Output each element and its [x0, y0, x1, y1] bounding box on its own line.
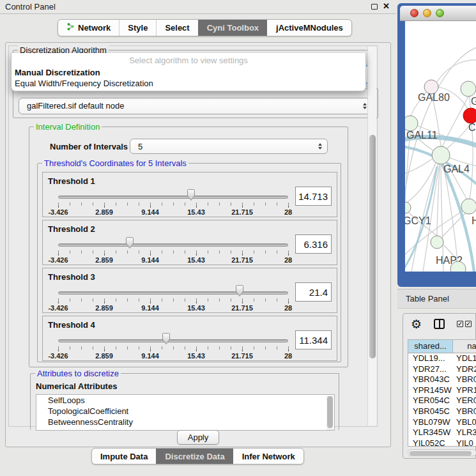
cell-name[interactable]: YBR0	[453, 374, 476, 385]
cell-shared-name[interactable]: YBR043C	[408, 374, 453, 385]
threshold-2-slider[interactable]: -3.4262.8599.14415.4321.71528	[58, 236, 288, 265]
tab-impute-data[interactable]: Impute Data	[92, 449, 156, 464]
settings-viewport: Discretization Algorithm Select algorith…	[8, 45, 378, 427]
network-node-gcy1[interactable]	[405, 202, 411, 213]
cell-name[interactable]: YIL0	[453, 438, 476, 447]
cell-shared-name[interactable]: YBL079W	[408, 417, 453, 428]
cell-shared-name[interactable]: YBR045C	[408, 406, 453, 417]
table-row[interactable]: YDR27...YDR2	[408, 364, 476, 375]
tick-label: 9.144	[141, 304, 159, 312]
tab-label: Infer Network	[242, 449, 295, 464]
tab-infer-network[interactable]: Infer Network	[233, 449, 303, 464]
slider-track[interactable]	[58, 243, 288, 247]
checkbox-icon[interactable]: ✓	[465, 321, 472, 327]
tab-jactivemnodules[interactable]: jActiveMNodules	[267, 20, 351, 36]
bottom-tab-bar: Impute Data Discretize Data Infer Networ…	[91, 448, 304, 464]
attribute-list-item[interactable]: BetweennessCentrality	[36, 417, 334, 427]
slider-thumb[interactable]	[125, 237, 135, 249]
network-node-ga[interactable]	[461, 81, 476, 96]
minimize-traffic-light[interactable]	[423, 9, 431, 17]
slider-track[interactable]	[58, 291, 288, 295]
table-hscrollbar[interactable]	[408, 449, 476, 456]
tab-cyni-toolbox[interactable]: Cyni Toolbox	[198, 20, 267, 36]
column-header-shared-name[interactable]: shared...	[408, 340, 453, 353]
cell-name[interactable]: YLR3	[453, 427, 476, 438]
table-row[interactable]: YBR043CYBR0	[408, 374, 476, 385]
network-graph[interactable]: GAL80GACGAL11GAL4GCY1HHAP2	[405, 21, 476, 272]
cell-name[interactable]: YDR2	[453, 364, 476, 375]
cell-shared-name[interactable]: YIL052C	[408, 438, 453, 447]
table-row[interactable]: YIL052CYIL0	[408, 438, 476, 447]
node-attribute-table[interactable]: shared... na... YDL19...YDL1YDR27...YDR2…	[408, 339, 476, 447]
cell-name[interactable]: YBL0	[453, 417, 476, 428]
slider-thumb[interactable]	[186, 189, 196, 201]
close-icon[interactable]: ✕	[383, 1, 390, 11]
threshold-1-slider[interactable]: -3.4262.8599.14415.4321.71528	[58, 188, 288, 217]
tab-select[interactable]: Select	[156, 20, 197, 36]
slider-thumb[interactable]	[234, 285, 245, 297]
split-columns-icon[interactable]	[434, 319, 445, 329]
cell-shared-name[interactable]: YDL19...	[408, 353, 453, 364]
network-window-titlebar[interactable]	[400, 6, 476, 21]
table-data-combobox[interactable]: galFiltered.sif default node	[19, 98, 372, 114]
attribute-list-item[interactable]: TopologicalCoefficient	[36, 406, 334, 417]
popup-item-equal-width-frequency[interactable]: Equal Width/Frequency Discretization	[15, 79, 153, 88]
network-node-c[interactable]	[463, 108, 476, 123]
cell-name[interactable]: YDL1	[453, 353, 476, 364]
threshold-4-value-field[interactable]	[295, 330, 332, 349]
number-of-intervals-combobox[interactable]: 5	[130, 139, 328, 154]
tick-label: 2.859	[95, 304, 113, 312]
cell-name[interactable]: YPR1	[453, 385, 476, 396]
apply-button[interactable]: Apply	[177, 430, 219, 445]
cell-shared-name[interactable]: YDR27...	[408, 364, 453, 375]
top-tab-bar: Network Style Select Cyni Toolbox jActiv…	[58, 19, 352, 36]
numerical-attributes-list[interactable]: SelfLoopsTopologicalCoefficientBetweenne…	[36, 394, 335, 431]
slider-thumb[interactable]	[161, 333, 171, 345]
list-scrollbar[interactable]	[326, 395, 334, 430]
threshold-1-value-field[interactable]	[295, 187, 332, 206]
list-scrollbar-thumb[interactable]	[327, 396, 333, 428]
network-node-hap2[interactable]	[431, 236, 443, 249]
tab-style[interactable]: Style	[119, 20, 156, 36]
threshold-4-box: Threshold 4 -3.4262.8599.14415.4321.7152…	[42, 316, 337, 361]
control-panel-title: Control Panel	[5, 2, 56, 12]
network-node-h[interactable]	[461, 199, 476, 214]
table-row[interactable]: YPR145WYPR1	[408, 385, 476, 396]
cell-shared-name[interactable]: YER054C	[408, 395, 453, 406]
threshold-2-value-field[interactable]	[295, 234, 332, 254]
tab-label: Network	[78, 20, 111, 36]
network-node-gal11[interactable]	[405, 116, 418, 131]
panel-scrollbar[interactable]	[367, 47, 376, 426]
close-traffic-light[interactable]	[410, 9, 418, 17]
cell-shared-name[interactable]: YPR145W	[408, 385, 453, 396]
threshold-3-value-field[interactable]	[295, 282, 332, 302]
slider-track[interactable]	[58, 196, 288, 199]
slider-track[interactable]	[58, 339, 288, 342]
slider-tick-labels: -3.4262.8599.14415.4321.71528	[58, 208, 288, 217]
zoom-traffic-light[interactable]	[436, 9, 444, 17]
cell-name[interactable]: YBR0	[453, 406, 476, 417]
table-row[interactable]: YBL079WYBL0	[408, 417, 476, 428]
gear-icon[interactable]: ⚙	[411, 317, 422, 332]
cell-name[interactable]: YER0	[453, 395, 476, 406]
threshold-3-slider[interactable]: -3.4262.8599.14415.4321.71528	[58, 284, 288, 313]
popup-placeholder-item[interactable]: Select algorithm to view settings	[12, 56, 365, 65]
tab-network[interactable]: Network	[58, 20, 119, 36]
threshold-4-slider[interactable]: -3.4262.8599.14415.4321.71528	[58, 332, 288, 361]
popup-item-manual-discretization[interactable]: Manual Discretization	[15, 68, 100, 77]
table-row[interactable]: YER054CYER0	[408, 395, 476, 406]
tab-discretize-data[interactable]: Discretize Data	[156, 449, 233, 464]
panel-scrollbar-thumb[interactable]	[369, 135, 376, 358]
float-window-icon[interactable]	[371, 4, 378, 10]
network-canvas[interactable]: GAL80GACGAL11GAL4GCY1HHAP2	[405, 21, 476, 272]
network-node-gal4[interactable]	[432, 146, 450, 164]
cell-shared-name[interactable]: YLR345W	[408, 427, 453, 438]
table-hscrollbar-thumb[interactable]	[410, 451, 472, 456]
checkbox-icon[interactable]: ✓	[457, 321, 463, 327]
tick-label: 15.43	[187, 256, 205, 264]
attribute-list-item[interactable]: SelfLoops	[36, 395, 334, 406]
table-row[interactable]: YBR045CYBR0	[408, 406, 476, 417]
column-header-name[interactable]: na...	[453, 340, 476, 353]
table-row[interactable]: YDL19...YDL1	[408, 353, 476, 364]
table-row[interactable]: YLR345WYLR3	[408, 427, 476, 438]
